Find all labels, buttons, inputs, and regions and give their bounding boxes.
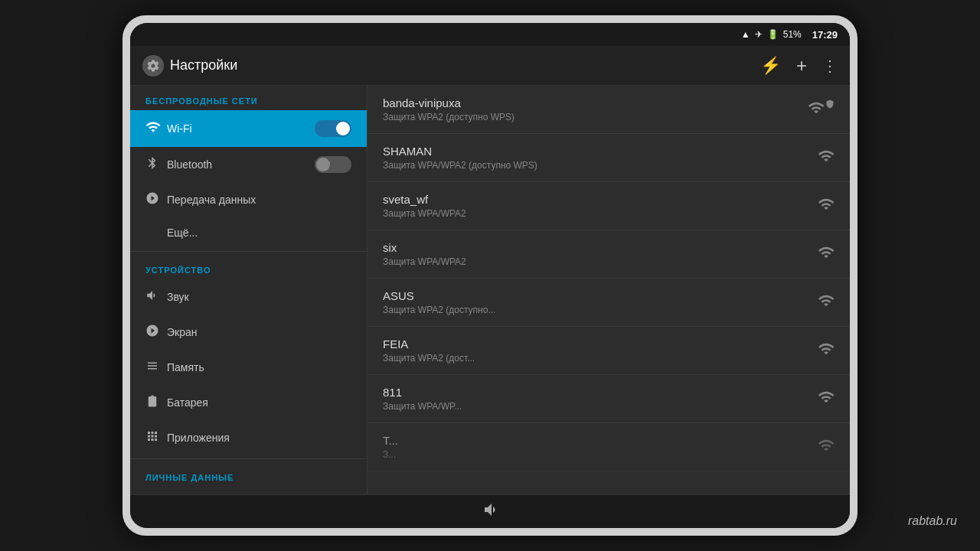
- sidebar-item-bluetooth-label: Bluetooth: [167, 158, 315, 171]
- wifi-signal-4-icon: [818, 244, 835, 265]
- wifi-signal-2-icon: [818, 148, 835, 168]
- sidebar-item-wifi[interactable]: Wi-Fi: [130, 110, 367, 147]
- sidebar-item-storage[interactable]: Память: [130, 350, 367, 385]
- signal-status-icon: ✈: [755, 29, 763, 40]
- battery-percent: 51%: [783, 29, 802, 40]
- wifi-network-8-security: З...: [383, 449, 810, 460]
- wifi-network-3-security: Защита WPA/WPA2: [383, 208, 810, 219]
- wifi-network-1-security: Защита WPA2 (доступно WPS): [383, 112, 800, 122]
- more-menu-button[interactable]: ⋮: [822, 58, 838, 73]
- sidebar-item-apps[interactable]: Приложения: [130, 420, 367, 455]
- sidebar: БЕСПРОВОДНЫЕ СЕТИ Wi-Fi: [130, 86, 368, 494]
- watermark: rabtab.ru: [908, 514, 957, 528]
- data-icon: [145, 191, 167, 208]
- battery-sidebar-icon: [145, 394, 167, 411]
- sidebar-item-more[interactable]: Ещё...: [130, 217, 367, 248]
- wifi-network-7[interactable]: 811 Защита WPA/WP...: [368, 375, 850, 423]
- sidebar-item-bluetooth[interactable]: Bluetooth: [130, 147, 367, 182]
- sidebar-item-display-label: Экран: [167, 326, 351, 338]
- wifi-toggle[interactable]: [315, 120, 351, 137]
- tablet-screen: ▲ ✈ 🔋 51% 17:29 Настройки ⚡ + ⋮: [130, 23, 850, 528]
- wifi-network-4-info: six Защита WPA/WPA2: [383, 241, 810, 267]
- wifi-network-5[interactable]: ASUS Защита WPA2 (доступно...: [368, 279, 850, 327]
- wifi-network-5-security: Защита WPA2 (доступно...: [383, 305, 810, 315]
- status-icons: ▲ ✈ 🔋 51% 17:29: [741, 29, 838, 41]
- wifi-network-5-info: ASUS Защита WPA2 (доступно...: [383, 289, 810, 315]
- apps-icon: [145, 429, 167, 446]
- wifi-network-4-name: six: [383, 241, 810, 254]
- wifi-network-6[interactable]: FEIA Защита WPA2 (дост...: [368, 327, 850, 375]
- wifi-network-4[interactable]: six Защита WPA/WPA2: [368, 230, 850, 279]
- sound-icon: [145, 289, 167, 305]
- battery-icon: 🔋: [767, 29, 779, 40]
- wifi-network-3-name: sveta_wf: [383, 193, 810, 206]
- sidebar-item-apps-label: Приложения: [167, 432, 351, 444]
- wifi-signal-3-icon: [818, 196, 835, 217]
- section-device-header: УСТРОЙСТВО: [130, 255, 367, 279]
- wifi-network-2-info: SHAMAN Защита WPA/WPA2 (доступно WPS): [383, 145, 810, 171]
- volume-nav-icon[interactable]: [481, 500, 499, 523]
- wifi-network-1-name: banda-vinipuxa: [383, 96, 800, 109]
- section-personal-header: ЛИЧНЫЕ ДАННЫЕ: [130, 462, 367, 487]
- wifi-panel: banda-vinipuxa Защита WPA2 (доступно WPS…: [368, 86, 850, 494]
- bluetooth-toggle-knob: [316, 158, 330, 171]
- wifi-network-7-security: Защита WPA/WP...: [383, 401, 810, 412]
- wifi-network-7-name: 811: [383, 386, 810, 399]
- divider-1: [130, 251, 367, 252]
- sidebar-item-battery[interactable]: Батарея: [130, 385, 367, 420]
- main-content: БЕСПРОВОДНЫЕ СЕТИ Wi-Fi: [130, 86, 850, 494]
- wifi-network-8-info: T... З...: [383, 434, 810, 460]
- wifi-network-6-info: FEIA Защита WPA2 (дост...: [383, 337, 810, 364]
- display-icon: [145, 324, 167, 341]
- sidebar-item-data-label: Передача данных: [167, 194, 351, 206]
- wifi-status-icon: ▲: [741, 29, 750, 40]
- wifi-signal-8-icon: [818, 437, 835, 458]
- storage-icon: [145, 359, 167, 376]
- wifi-network-8[interactable]: T... З...: [368, 423, 850, 471]
- divider-2: [130, 458, 367, 459]
- tablet-frame: ▲ ✈ 🔋 51% 17:29 Настройки ⚡ + ⋮: [122, 15, 858, 536]
- wifi-network-2-security: Защита WPA/WPA2 (доступно WPS): [383, 160, 810, 171]
- bluetooth-toggle[interactable]: [315, 156, 351, 173]
- wifi-network-5-name: ASUS: [383, 289, 810, 302]
- wifi-network-7-info: 811 Защита WPA/WP...: [383, 386, 810, 412]
- action-bar-title: Настройки: [170, 57, 237, 73]
- sidebar-item-sound-label: Звук: [167, 291, 351, 303]
- wifi-network-2[interactable]: SHAMAN Защита WPA/WPA2 (доступно WPS): [368, 134, 850, 182]
- nav-bar: [130, 494, 850, 528]
- sidebar-item-battery-label: Батарея: [167, 396, 351, 409]
- wifi-signal-5-icon: [818, 292, 835, 313]
- action-bar: Настройки ⚡ + ⋮: [130, 46, 850, 86]
- wifi-network-6-name: FEIA: [383, 337, 810, 350]
- wifi-signal-7-icon: [818, 389, 835, 409]
- bolt-icon[interactable]: ⚡: [760, 56, 781, 76]
- wifi-network-2-name: SHAMAN: [383, 145, 810, 158]
- wifi-signal-6-icon: [818, 341, 835, 361]
- sidebar-item-wifi-label: Wi-Fi: [167, 122, 315, 135]
- wifi-network-3[interactable]: sveta_wf Защита WPA/WPA2: [368, 182, 850, 230]
- section-wireless-header: БЕСПРОВОДНЫЕ СЕТИ: [130, 86, 367, 110]
- sidebar-item-storage-label: Память: [167, 361, 351, 373]
- status-bar: ▲ ✈ 🔋 51% 17:29: [130, 23, 850, 46]
- wifi-network-4-security: Защита WPA/WPA2: [383, 256, 810, 267]
- wifi-network-1[interactable]: banda-vinipuxa Защита WPA2 (доступно WPS…: [368, 86, 850, 134]
- wifi-network-1-info: banda-vinipuxa Защита WPA2 (доступно WPS…: [383, 96, 800, 122]
- action-bar-left: Настройки: [142, 55, 760, 77]
- sidebar-item-display[interactable]: Экран: [130, 315, 367, 350]
- wifi-icon: [145, 119, 167, 138]
- settings-gear-icon: [142, 55, 164, 77]
- action-bar-icons: ⚡ + ⋮: [760, 55, 838, 77]
- wifi-network-8-name: T...: [383, 434, 810, 447]
- wifi-network-6-security: Защита WPA2 (дост...: [383, 353, 810, 364]
- add-button[interactable]: +: [796, 55, 807, 77]
- sidebar-item-location[interactable]: Местоположение: [130, 487, 367, 494]
- bluetooth-icon: [145, 156, 167, 173]
- sidebar-item-sound[interactable]: Звук: [130, 279, 367, 315]
- wifi-toggle-knob: [336, 122, 350, 135]
- status-time: 17:29: [812, 29, 838, 41]
- wifi-signal-1-icon: [808, 99, 835, 120]
- wifi-network-3-info: sveta_wf Защита WPA/WPA2: [383, 193, 810, 219]
- sidebar-item-more-label: Ещё...: [167, 227, 351, 239]
- sidebar-item-data[interactable]: Передача данных: [130, 182, 367, 217]
